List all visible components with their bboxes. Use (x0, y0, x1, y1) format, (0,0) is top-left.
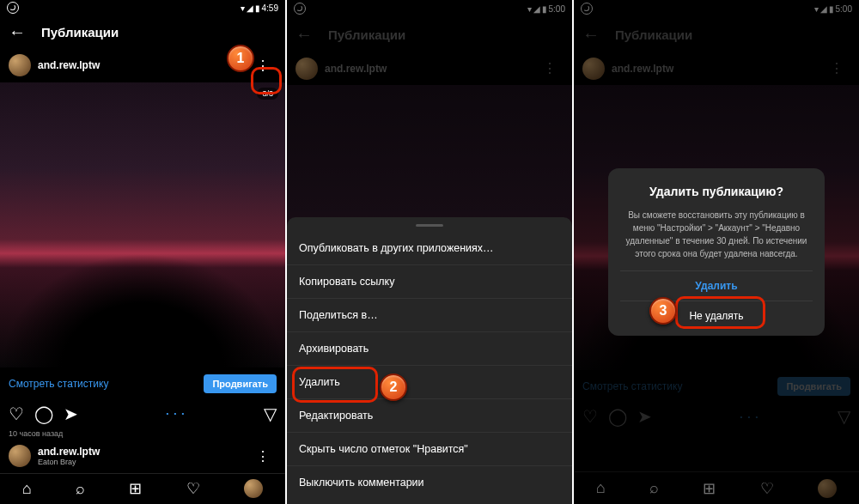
highlight-box (292, 367, 378, 403)
back-arrow-icon[interactable]: ← (9, 22, 26, 42)
phone-screen-2: ▾ ◢ ▮ 5:00 ← Публикации and.rew.lptw ⋮ О… (287, 0, 572, 504)
phone-screen-1: ▾ ◢ ▮ 4:59 ← Публикации and.rew.lptw ⋮ 1… (0, 0, 285, 504)
sheet-item-copy-link[interactable]: Копировать ссылку (287, 265, 572, 299)
sheet-item-disable-comments[interactable]: Выключить комментарии (287, 466, 572, 504)
stats-row: Смотреть статистику Продвигать (0, 367, 285, 400)
add-post-icon[interactable]: ⊞ (129, 479, 142, 498)
highlight-box (251, 67, 282, 94)
sheet-handle[interactable] (416, 224, 443, 227)
view-stats-link[interactable]: Смотреть статистику (9, 378, 108, 390)
comment-icon[interactable]: ◯ (34, 404, 53, 424)
sheet-item-edit[interactable]: Редактировать (287, 399, 572, 433)
avatar[interactable] (9, 54, 31, 76)
sheet-item-share-apps[interactable]: Опубликовать в других приложениях… (287, 232, 572, 265)
signal-icon: ◢ (247, 3, 253, 13)
wifi-icon: ▾ (241, 3, 245, 13)
phone-screen-3: ▾ ◢ ▮ 5:00 ← Публикации and.rew.lptw ⋮ С… (574, 0, 859, 504)
dialog-backdrop[interactable]: Удалить публикацию? Вы сможете восстанов… (574, 0, 859, 504)
username[interactable]: and.rew.lptw (38, 446, 100, 458)
sheet-item-share-to[interactable]: Поделиться в… (287, 299, 572, 332)
dialog-title: Удалить публикацию? (620, 184, 813, 199)
bottom-sheet: Опубликовать в других приложениях… Копир… (287, 217, 572, 504)
highlight-box (675, 296, 765, 329)
search-icon[interactable]: ⌕ (76, 480, 85, 498)
next-post-author-row[interactable]: and.rew.lptw Eaton Bray ⋮ (0, 440, 285, 473)
page-title: Публикации (41, 25, 119, 39)
location[interactable]: Eaton Bray (38, 458, 100, 466)
callout-badge-3: 3 (649, 297, 677, 325)
dialog-body: Вы сможете восстановить эту публикацию в… (620, 209, 813, 260)
sheet-item-archive[interactable]: Архивировать (287, 332, 572, 366)
home-icon[interactable]: ⌂ (22, 480, 32, 498)
shazam-icon (7, 2, 19, 14)
promote-button[interactable]: Продвигать (204, 374, 277, 393)
username[interactable]: and.rew.lptw (38, 59, 100, 71)
status-time: 4:59 (262, 3, 278, 13)
sheet-item-hide-likes[interactable]: Скрыть число отметок "Нравится" (287, 433, 572, 466)
like-icon[interactable]: ♡ (9, 404, 24, 424)
battery-icon: ▮ (255, 3, 260, 13)
callout-badge-2: 2 (380, 373, 407, 401)
post-options-button[interactable]: ⋮ (249, 445, 277, 468)
carousel-dots: • • • (88, 410, 264, 417)
activity-icon[interactable]: ♡ (186, 479, 200, 498)
status-bar: ▾ ◢ ▮ 4:59 (0, 0, 285, 16)
share-icon[interactable]: ➤ (64, 404, 78, 424)
profile-icon[interactable] (244, 479, 263, 498)
post-image[interactable]: 3/3 (0, 82, 285, 367)
post-time: 10 часов назад (0, 428, 285, 440)
bookmark-icon[interactable]: ▽ (264, 404, 277, 424)
action-row: ♡ ◯ ➤ • • • ▽ (0, 400, 285, 428)
bottom-nav: ⌂ ⌕ ⊞ ♡ (0, 473, 285, 504)
callout-badge-1: 1 (227, 45, 254, 72)
avatar[interactable] (9, 445, 31, 467)
